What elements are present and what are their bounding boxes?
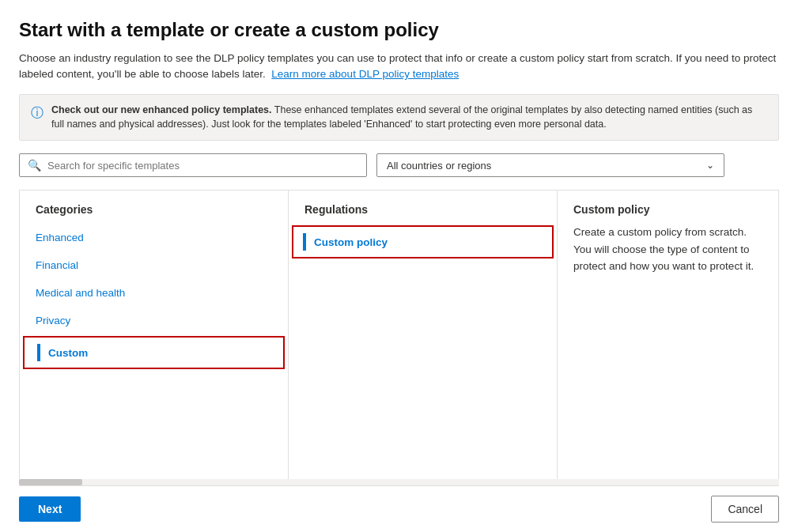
- footer-bar: Next Cancel: [19, 485, 779, 532]
- category-label-medical: Medical and health: [36, 287, 125, 299]
- custom-policy-header: Custom policy: [573, 203, 762, 224]
- next-button[interactable]: Next: [19, 496, 81, 522]
- region-dropdown[interactable]: All countries or regions ⌄: [376, 153, 724, 177]
- scrollbar-thumb[interactable]: [19, 479, 82, 485]
- filters-row: 🔍 All countries or regions ⌄: [19, 153, 779, 177]
- dropdown-value: All countries or regions: [387, 160, 491, 172]
- category-item-custom[interactable]: Custom: [23, 336, 285, 369]
- search-input[interactable]: [47, 160, 358, 172]
- banner-text: Check out our new enhanced policy templa…: [51, 103, 767, 133]
- categories-panel: Categories Enhanced Financial Medical an…: [20, 191, 289, 479]
- cancel-button[interactable]: Cancel: [711, 496, 779, 523]
- chevron-down-icon: ⌄: [706, 160, 714, 171]
- info-banner: ⓘ Check out our new enhanced policy temp…: [19, 94, 779, 141]
- category-item-privacy[interactable]: Privacy: [20, 307, 288, 334]
- page-description: Choose an industry regulation to see the…: [19, 51, 778, 83]
- regulation-item-custom-policy[interactable]: Custom policy: [292, 225, 554, 258]
- custom-policy-description: Create a custom policy from scratch. You…: [573, 224, 762, 275]
- custom-policy-panel: Custom policy Create a custom policy fro…: [558, 191, 778, 479]
- selected-bar-icon: [37, 344, 40, 361]
- category-label-enhanced: Enhanced: [36, 232, 84, 243]
- regulations-panel: Regulations Custom policy: [289, 191, 558, 479]
- info-icon: ⓘ: [31, 104, 43, 123]
- regulations-header: Regulations: [289, 203, 557, 224]
- category-label-custom: Custom: [48, 347, 88, 359]
- category-item-medical[interactable]: Medical and health: [20, 279, 288, 307]
- content-area: Categories Enhanced Financial Medical an…: [19, 190, 779, 479]
- categories-header: Categories: [20, 203, 288, 224]
- category-label-financial: Financial: [36, 259, 78, 271]
- search-box[interactable]: 🔍: [19, 153, 367, 177]
- regulation-label-custom: Custom policy: [314, 236, 388, 248]
- scrollbar-row: [19, 479, 779, 485]
- page-title: Start with a template or create a custom…: [19, 19, 779, 41]
- search-icon: 🔍: [28, 159, 41, 172]
- learn-more-link[interactable]: Learn more about DLP policy templates: [271, 68, 459, 80]
- category-label-privacy: Privacy: [36, 315, 70, 326]
- category-item-financial[interactable]: Financial: [20, 251, 288, 279]
- selected-regulation-bar-icon: [303, 233, 306, 251]
- category-item-enhanced[interactable]: Enhanced: [20, 224, 288, 251]
